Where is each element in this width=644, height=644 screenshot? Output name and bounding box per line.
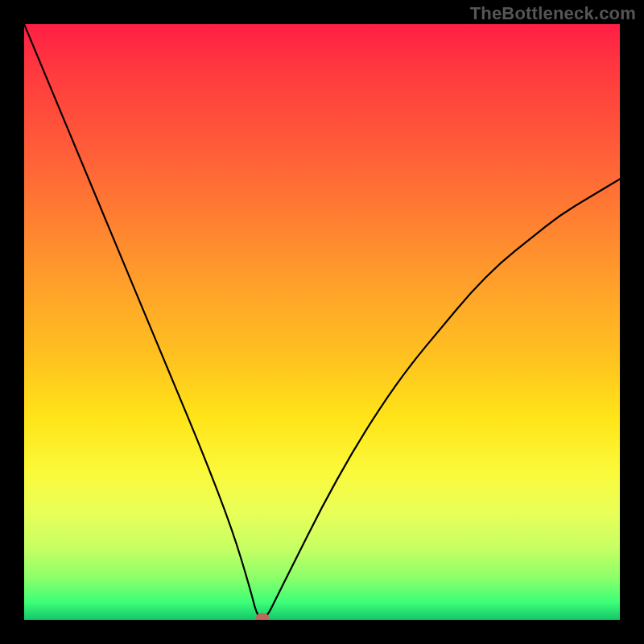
watermark-text: TheBottleneck.com <box>470 3 636 24</box>
plot-area <box>24 24 620 620</box>
minimum-marker <box>256 613 269 620</box>
bottleneck-curve <box>24 24 620 618</box>
chart-frame: TheBottleneck.com <box>0 0 644 644</box>
bottleneck-curve-svg <box>24 24 620 620</box>
